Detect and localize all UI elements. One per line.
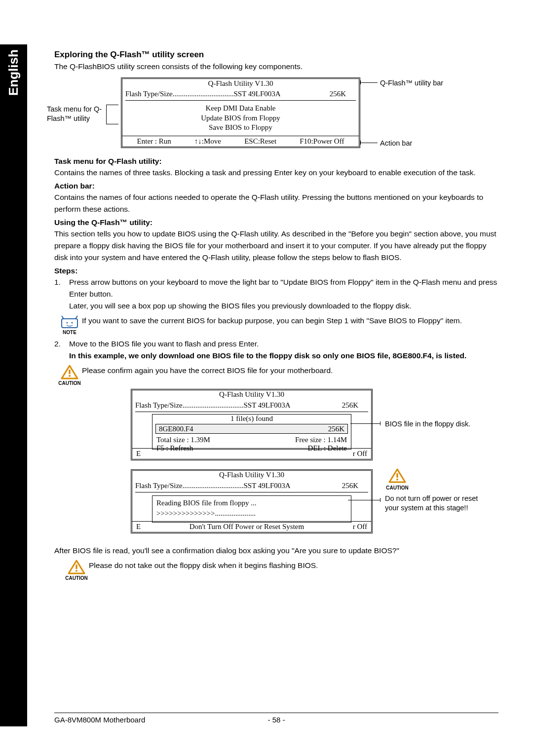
caution-1-text: Please confirm again you have the correc… [82, 365, 498, 377]
action-f10: F10:Power Off [300, 137, 344, 146]
qflash2-flash-size: 256K [342, 401, 368, 412]
qflash3-reading: Reading BIOS file from floppy ... [156, 498, 347, 508]
note-1: NOTE If you want to save the current BIO… [57, 315, 498, 335]
qflash2-bot-right: r Off [353, 450, 367, 458]
qflash3-bot-left: E [136, 523, 141, 531]
flashtype-size: 256K [330, 90, 356, 100]
callout-bios-file: BIOS file in the floppy disk. [385, 419, 484, 429]
caution-icon-right: CAUTION [385, 468, 410, 491]
svg-rect-3 [69, 370, 70, 374]
callout-bracket-left [106, 105, 118, 124]
callout-utility-bar: Q-Flash™ utility bar [380, 78, 443, 88]
step-2: 2. Move to the BIOS file you want to fla… [54, 338, 498, 362]
callout-tick [360, 80, 361, 84]
caution-2: CAUTION Please do not take out the flopp… [64, 560, 498, 581]
svg-rect-7 [76, 565, 77, 569]
step-1-num: 1. [54, 276, 69, 312]
note-1-text: If you want to save the current BIOS for… [82, 315, 498, 327]
diagram-file-list: Q-Flash Utility V1.30 Flash Type/Size...… [54, 389, 498, 465]
heading-actionbar: Action bar: [54, 182, 498, 190]
action-esc: ESC:Reset [244, 137, 276, 146]
callout-task-menu: Task menu for Q-Flash™ utility [47, 105, 116, 123]
callout-tick-4 [380, 498, 381, 502]
action-move: ↑↓:Move [194, 137, 221, 146]
svg-point-2 [72, 322, 73, 324]
heading-taskmenu: Task menu for Q-Flash utility: [54, 157, 498, 166]
svg-rect-8 [76, 570, 77, 571]
svg-point-1 [67, 322, 68, 324]
step-1-text-a: Press arrow buttons on your keyboard to … [69, 276, 498, 300]
step-1: 1. Press arrow buttons on your keyboard … [54, 276, 498, 312]
qflash2-flashrow: Flash Type/Size.........................… [135, 401, 368, 412]
para-after: After BIOS file is read, you'll see a co… [54, 545, 498, 557]
caution-2-label: CAUTION [65, 575, 88, 581]
diagram-qflash-main: Q-Flash Utility V1.30 Flash Type/Size...… [54, 77, 498, 154]
qflash2-flash-label: Flash Type/Size.........................… [135, 401, 291, 412]
qflash3-flashrow: Flash Type/Size.........................… [135, 482, 368, 492]
caution-1: CAUTION Please confirm again you have th… [57, 365, 498, 386]
callout-line-biosfile [350, 423, 380, 424]
task-update-bios: Update BIOS from Floppy [122, 113, 359, 123]
qflash-window-2: Q-Flash Utility V1.30 Flash Type/Size...… [131, 389, 373, 460]
qflash2-sizes-row: Total size : 1.39M Free size : 1.14M [152, 435, 351, 444]
callout-tick-2 [360, 141, 361, 145]
qflash-titlebar: Q-Flash Utility V1.30 [122, 79, 359, 90]
footer-page-num: - 58 - [268, 716, 285, 724]
caution-2-text: Please do not take out the floppy disk w… [89, 560, 498, 571]
page-footer: GA-8VM800M Motherboard - 58 - [54, 713, 498, 724]
para-taskmenu: Contains the names of three tasks. Block… [54, 167, 498, 179]
heading-using: Using the Q-Flash™ utility: [54, 218, 498, 227]
qflash2-bot-left: E [136, 450, 141, 458]
page: English Exploring the Q-Flash™ utility s… [0, 0, 533, 756]
qflash2-file-size: 256K [328, 425, 344, 433]
action-enter: Enter : Run [137, 137, 171, 146]
callout-line-actionbar [360, 143, 378, 143]
qflash2-total-size: Total size : 1.39M [156, 436, 210, 444]
caution-icon: CAUTION [57, 365, 82, 386]
svg-rect-4 [69, 375, 70, 377]
task-save-bios: Save BIOS to Floppy [122, 123, 359, 133]
qflash-task-list: Keep DMI Data Enable Update BIOS from Fl… [122, 104, 359, 133]
svg-rect-6 [396, 479, 398, 480]
qflash3-bottombar: E Don't Turn Off Power or Reset System r… [132, 521, 371, 532]
qflash3-bot-right: r Off [353, 523, 367, 531]
qflash2-bottombar: E r Off [132, 448, 371, 459]
qflash3-title: Q-Flash Utility V1.30 [132, 471, 371, 482]
language-tab: English [0, 44, 27, 148]
diagram-reading: Q-Flash Utility V1.30 Flash Type/Size...… [54, 469, 498, 541]
step-2-text-b: In this example, we only download one BI… [69, 350, 498, 362]
para-actionbar: Contains the names of four actions neede… [54, 191, 498, 215]
qflash3-readbox: Reading BIOS file from floppy ... >>>>>>… [152, 495, 351, 523]
flashtype-label: Flash Type/Size.........................… [125, 90, 281, 100]
caution-icon-2: CAUTION [64, 560, 89, 581]
caution-label: CAUTION [58, 380, 81, 386]
callout-no-poweroff: Do not turn off power or reset your syst… [385, 494, 484, 513]
language-stripe [0, 148, 27, 726]
qflash3-warn: Don't Turn Off Power or Reset System [141, 523, 353, 531]
callout-line-utilbar [360, 82, 378, 83]
note-label: NOTE [63, 330, 76, 335]
qflash2-files-found: 1 file(s) found [152, 415, 351, 423]
qflash3-flash-size: 256K [342, 482, 368, 492]
footer-left: GA-8VM800M Motherboard [54, 716, 268, 724]
qflash2-filebox: 1 file(s) found 8GE800.F4 256K Total siz… [152, 414, 351, 450]
qflash3-flash-label: Flash Type/Size.........................… [135, 482, 291, 492]
task-keep-dmi: Keep DMI Data Enable [122, 104, 359, 113]
language-tab-label: English [0, 44, 27, 148]
para-exploring: The Q-FlashBIOS utility screen consists … [54, 61, 498, 73]
qflash-action-bar: Enter : Run ↑↓:Move ESC:Reset F10:Power … [122, 136, 359, 147]
qflash2-file-name: 8GE800.F4 [159, 425, 193, 433]
step-1-text-b: Later, you will see a box pop up showing… [69, 300, 498, 312]
heading-steps: Steps: [54, 266, 498, 275]
caution-label-right: CAUTION [385, 485, 410, 491]
step-2-num: 2. [54, 338, 69, 362]
para-using: This section tells you how to update BIO… [54, 228, 498, 264]
step-2-text-a: Move to the BIOS file you want to flash … [69, 338, 498, 350]
callout-action-bar: Action bar [380, 139, 412, 148]
callout-tick-3 [380, 421, 381, 425]
content-area: Exploring the Q-Flash™ utility screen Th… [54, 47, 498, 584]
qflash2-file-row: 8GE800.F4 256K [155, 424, 348, 434]
qflash-window-3: Q-Flash Utility V1.30 Flash Type/Size...… [131, 469, 373, 533]
qflash2-free-size: Free size : 1.14M [295, 436, 347, 444]
qflash-flashtype-row: Flash Type/Size.........................… [125, 90, 356, 101]
